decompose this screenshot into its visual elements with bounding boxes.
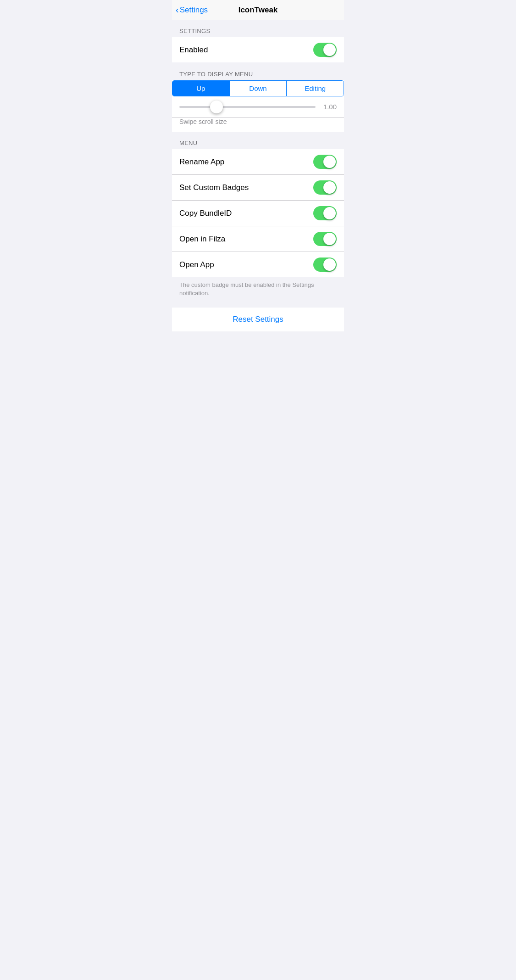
reset-section: Reset Settings — [172, 308, 344, 331]
enabled-row: Enabled — [172, 37, 344, 62]
set-custom-badges-row: Set Custom Badges — [172, 175, 344, 201]
copy-bundleid-row: Copy BundleID — [172, 201, 344, 226]
slider-value: 1.00 — [320, 103, 337, 111]
swipe-scroll-slider[interactable] — [179, 106, 316, 108]
type-segmented-control[interactable]: Up Down Editing — [172, 80, 344, 96]
copy-bundleid-toggle[interactable] — [313, 206, 337, 220]
reset-settings-button[interactable]: Reset Settings — [179, 314, 337, 325]
navigation-bar: ‹ Settings IconTweak — [172, 0, 344, 20]
slider-row: 1.00 — [172, 96, 344, 118]
segmented-control-wrapper: Up Down Editing — [172, 80, 344, 96]
back-label: Settings — [180, 6, 208, 15]
set-custom-badges-toggle[interactable] — [313, 180, 337, 195]
copy-bundleid-label: Copy BundleID — [179, 209, 232, 218]
set-custom-badges-label: Set Custom Badges — [179, 183, 249, 192]
segmented-item-up[interactable]: Up — [172, 81, 230, 96]
open-app-toggle[interactable] — [313, 258, 337, 272]
back-chevron-icon: ‹ — [176, 5, 179, 15]
footer-note: The custom badge must be enabled in the … — [172, 277, 344, 304]
open-app-row: Open App — [172, 252, 344, 277]
menu-items-group: Rename App Set Custom Badges Copy Bundle… — [172, 149, 344, 277]
rename-app-row: Rename App — [172, 149, 344, 175]
back-button[interactable]: ‹ Settings — [176, 5, 208, 15]
settings-section-header: SETTINGS — [172, 20, 344, 37]
open-app-label: Open App — [179, 260, 214, 269]
enabled-toggle[interactable] — [313, 43, 337, 57]
segmented-item-editing[interactable]: Editing — [287, 81, 344, 96]
open-in-filza-row: Open in Filza — [172, 226, 344, 252]
rename-app-toggle[interactable] — [313, 155, 337, 169]
swipe-scroll-label-row: Swipe scroll size — [172, 118, 344, 132]
swipe-scroll-label: Swipe scroll size — [179, 118, 227, 125]
menu-section-header: MENU — [172, 132, 344, 149]
segmented-item-down[interactable]: Down — [230, 81, 287, 96]
slider-container: 1.00 — [179, 103, 337, 111]
enabled-label: Enabled — [179, 45, 208, 55]
open-in-filza-toggle[interactable] — [313, 232, 337, 246]
open-in-filza-label: Open in Filza — [179, 235, 225, 244]
settings-group-enabled: Enabled — [172, 37, 344, 62]
type-display-section-header: TYPE TO DISPLAY MENU — [172, 62, 344, 80]
rename-app-label: Rename App — [179, 157, 224, 167]
page-title: IconTweak — [239, 6, 278, 15]
